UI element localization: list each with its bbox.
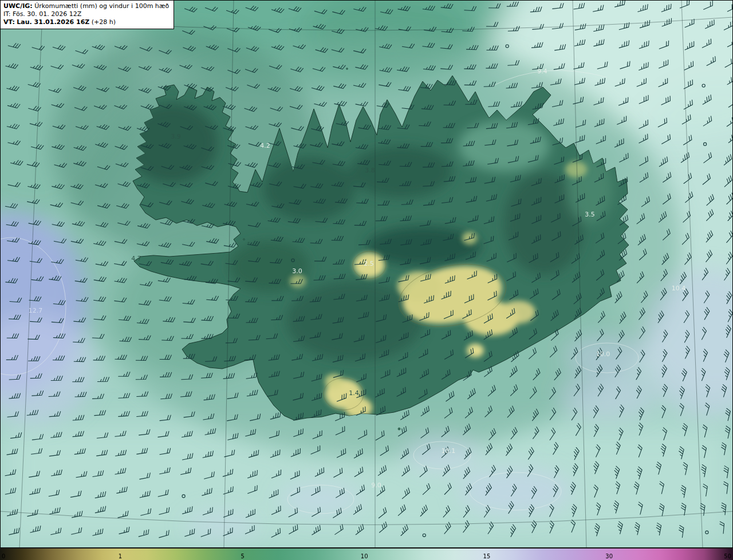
contour-label: 4.2 bbox=[260, 142, 270, 149]
valid-offset: (+28 h) bbox=[92, 18, 116, 26]
product-label: UWC/IG: bbox=[3, 2, 33, 10]
valid-label: VT: bbox=[3, 18, 15, 26]
contour-label: 3.0 bbox=[292, 267, 302, 275]
colorbar-tick: 30 bbox=[605, 554, 613, 559]
title-line-valid: VT: Lau. 31.01.2026 16Z (+28 h) bbox=[3, 18, 169, 26]
colorbar-tick: 50 bbox=[724, 554, 731, 559]
island-dot bbox=[243, 239, 245, 240]
map-canvas: 9.43.94.23.83.54.72.53.012.710.410.01.41… bbox=[0, 0, 733, 548]
init-label: IT: bbox=[3, 10, 10, 18]
init-value: Fös. 30. 01. 2026 12Z bbox=[13, 10, 81, 18]
title-line-init: IT: Fös. 30. 01. 2026 12Z bbox=[3, 10, 169, 18]
title-line-product: UWC/IG: Úrkomumætti (mm) og vindur i 100… bbox=[3, 2, 169, 10]
contour-label: 3.5 bbox=[585, 211, 595, 218]
contour-label: 2.5 bbox=[364, 260, 374, 267]
island-dot bbox=[346, 68, 348, 70]
island-dot bbox=[398, 428, 400, 430]
contour-label: 3.8 bbox=[365, 167, 375, 174]
contour-label: 9.4 bbox=[537, 68, 547, 75]
colorbar-tick: 0 bbox=[2, 554, 5, 559]
contour-label: 10.0 bbox=[596, 350, 610, 358]
colorbar-ticks: 01510153050 bbox=[0, 549, 733, 560]
map-title-box: UWC/IG: Úrkomumætti (mm) og vindur i 100… bbox=[0, 0, 174, 29]
weather-map: 9.43.94.23.83.54.72.53.012.710.410.01.41… bbox=[0, 0, 733, 560]
colorbar-tick: 15 bbox=[483, 554, 491, 559]
contour-label: 10.4 bbox=[672, 285, 686, 292]
contour-label: 4.7 bbox=[131, 255, 141, 262]
colorbar-tick: 1 bbox=[119, 554, 122, 559]
contour-label: 12.7 bbox=[29, 307, 43, 314]
product-title: Úrkomumætti (mm) og vindur i 100m hæð bbox=[34, 2, 169, 10]
island-dot bbox=[248, 242, 249, 243]
contour-label: 1.4 bbox=[349, 389, 359, 397]
contour-label: 3.9 bbox=[171, 133, 181, 140]
contour-label: 10.1 bbox=[442, 447, 456, 455]
valid-value: Lau. 31.01.2026 16Z bbox=[17, 18, 89, 26]
colorbar-tick: 5 bbox=[241, 554, 244, 559]
contour-label: 9.0 bbox=[371, 482, 381, 489]
colorbar-tick: 10 bbox=[361, 554, 368, 559]
colorbar: 01510153050 bbox=[0, 548, 733, 560]
